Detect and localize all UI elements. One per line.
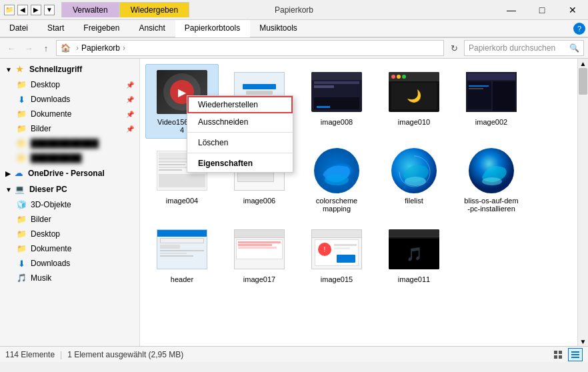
down-small-icon[interactable]: ▼	[44, 5, 55, 15]
folder-icon-b1: 📁	[16, 138, 27, 149]
address-bar[interactable]: 🏠 › Papierkorb ›	[56, 40, 444, 56]
file-label-image008: image008	[321, 118, 353, 126]
search-box[interactable]: Papierkorb durchsuchen 🔍	[464, 40, 584, 56]
file-item-colorschememapping[interactable]: colorschememapping	[300, 143, 373, 217]
help-button[interactable]: ?	[573, 23, 585, 35]
sidebar: ▼ ★ Schnellzugriff 📁 Desktop 📌 ⬇ Downloa…	[0, 59, 140, 346]
bilder-pc-label: Bilder	[31, 215, 51, 224]
context-menu-item-eigenschaften[interactable]: Eigenschaften	[187, 155, 293, 172]
tab-verwalten[interactable]: Verwalten	[61, 2, 119, 17]
pc-icon: 💻	[15, 184, 25, 195]
file-item-image002[interactable]: image002	[455, 64, 528, 139]
tab-datei[interactable]: Datei	[0, 20, 38, 37]
address-path: Papierkorb	[81, 43, 120, 53]
pin-icon: 📌	[126, 81, 134, 89]
3d-label: 3D-Objekte	[31, 200, 71, 209]
file-item-bliss2[interactable]: bliss-os-auf-dem-pc-installieren	[455, 143, 528, 217]
loeschen-label: Löschen	[198, 138, 228, 147]
search-icon: 🔍	[569, 43, 579, 53]
sidebar-item-downloads-pc[interactable]: ⬇ Downloads	[0, 256, 139, 271]
context-menu-separator1	[187, 132, 293, 133]
sidebar-item-blurred1[interactable]: 📁 ████████████	[0, 136, 139, 151]
statusbar: 114 Elemente | 1 Element ausgewählt (2,9…	[0, 346, 588, 362]
file-label-image004: image004	[166, 197, 198, 205]
file-label-header: header	[171, 275, 193, 283]
file-item-image017[interactable]: image017	[223, 221, 296, 288]
window-controls: — □ ✕	[496, 0, 588, 20]
scroll-down-button[interactable]: ▼	[579, 337, 588, 346]
back-button[interactable]: ←	[4, 41, 19, 55]
file-item-header[interactable]: header	[145, 221, 219, 288]
file-item-image010[interactable]: 🌙 image010	[377, 64, 451, 139]
expand-icon: ▼	[5, 66, 12, 73]
file-item-image015[interactable]: ! image015	[300, 221, 373, 288]
sidebar-item-dokumente-pc[interactable]: 📁 Dokumente	[0, 241, 139, 256]
maximize-button[interactable]: □	[527, 0, 557, 20]
downloads-icon: ⬇	[16, 94, 27, 105]
svg-rect-12	[571, 357, 579, 358]
svg-rect-8	[554, 355, 557, 359]
scroll-up-button[interactable]: ▲	[579, 59, 588, 68]
view-large-icons-button[interactable]	[551, 348, 565, 361]
close-button[interactable]: ✕	[557, 0, 588, 20]
file-item-image008[interactable]: image008	[300, 64, 373, 139]
context-menu-item-wiederherstellen[interactable]: Wiederherstellen	[187, 96, 293, 113]
tab-musiktools[interactable]: Musiktools	[250, 20, 307, 37]
svg-rect-9	[559, 355, 562, 359]
music-icon: 🎵	[16, 273, 27, 283]
ausschneiden-label: Ausschneiden	[198, 117, 248, 127]
file-label-bliss2: bliss-os-auf-dem-pc-installieren	[464, 197, 518, 213]
forward-button[interactable]: →	[21, 41, 36, 55]
view-controls	[551, 348, 583, 361]
file-item-image011[interactable]: 🎵 image011	[377, 221, 451, 288]
address-home-icon: 🏠	[61, 43, 71, 53]
file-label-image002: image002	[475, 118, 507, 126]
file-label-colorschememapping: colorschememapping	[316, 197, 357, 213]
ribbon-tabs: Datei Start Freigeben Ansicht Papierkorb…	[0, 20, 588, 37]
sidebar-item-dokumente[interactable]: 📁 Dokumente 📌	[0, 107, 139, 121]
context-menu-item-loeschen[interactable]: Löschen	[187, 134, 293, 151]
status-selected: 1 Element ausgewählt (2,95 MB)	[67, 350, 183, 359]
vertical-scrollbar[interactable]: ▲ ▼	[577, 59, 588, 346]
eigenschaften-label: Eigenschaften	[198, 159, 253, 168]
up-button[interactable]: ↑	[39, 41, 53, 55]
sidebar-group-schnellzugriff[interactable]: ▼ ★ Schnellzugriff	[0, 61, 139, 77]
file-thumb-filelist	[387, 147, 441, 194]
forward-small-icon[interactable]: ▶	[31, 5, 41, 15]
tab-freigeben[interactable]: Freigeben	[74, 20, 129, 37]
refresh-button[interactable]: ↻	[447, 41, 461, 55]
file-label-image010: image010	[398, 118, 430, 126]
sidebar-item-bilder-pc[interactable]: 📁 Bilder	[0, 212, 139, 227]
sidebar-item-musik[interactable]: 🎵 Musik	[0, 271, 139, 285]
sidebar-group-onedrive[interactable]: ▶ ☁ OneDrive - Personal	[0, 165, 139, 181]
tab-papierkorbtools[interactable]: Papierkorbtools	[175, 20, 250, 37]
tab-wiedergeben[interactable]: Wiedergeben	[119, 2, 189, 17]
scroll-thumb[interactable]	[579, 68, 587, 95]
sidebar-item-desktop-pc[interactable]: 📁 Desktop	[0, 227, 139, 241]
view-details-button[interactable]	[568, 348, 583, 361]
downloads-pc-icon: ⬇	[16, 258, 27, 269]
context-menu: Wiederherstellen Ausschneiden Löschen Ei…	[187, 95, 293, 173]
addressbar: ← → ↑ 🏠 › Papierkorb › ↻ Papierkorb durc…	[0, 38, 588, 59]
sidebar-item-bilder[interactable]: 📁 Bilder 📌	[0, 121, 139, 136]
svg-rect-11	[571, 354, 579, 355]
tab-ansicht[interactable]: Ansicht	[129, 20, 175, 37]
titlebar: 📁 ◀ ▶ ▼ Verwalten Wiedergeben Papierkorb…	[0, 0, 588, 20]
sidebar-item-downloads[interactable]: ⬇ Downloads 📌	[0, 92, 139, 107]
star-icon: ★	[15, 64, 25, 75]
sidebar-item-blurred2[interactable]: 📁 █████████	[0, 151, 139, 165]
sidebar-item-3d-objekte[interactable]: 🧊 3D-Objekte	[0, 197, 139, 212]
blurred2-label: █████████	[31, 153, 82, 163]
sidebar-item-desktop[interactable]: 📁 Desktop 📌	[0, 77, 139, 92]
titlebar-extra-tabs: Verwalten Wiedergeben	[61, 2, 189, 17]
context-menu-item-ausschneiden[interactable]: Ausschneiden	[187, 113, 293, 131]
minimize-button[interactable]: —	[496, 0, 527, 20]
main-area: ▼ ★ Schnellzugriff 📁 Desktop 📌 ⬇ Downloa…	[0, 59, 588, 346]
file-item-filelist[interactable]: filelist	[377, 143, 451, 217]
tab-start[interactable]: Start	[38, 20, 74, 37]
sidebar-group-dieser-pc[interactable]: ▼ 💻 Dieser PC	[0, 181, 139, 197]
file-label-image006: image006	[243, 197, 275, 205]
svg-rect-6	[554, 351, 557, 354]
file-thumb-image010: 🌙	[387, 69, 441, 115]
back-small-icon[interactable]: ◀	[17, 5, 28, 15]
